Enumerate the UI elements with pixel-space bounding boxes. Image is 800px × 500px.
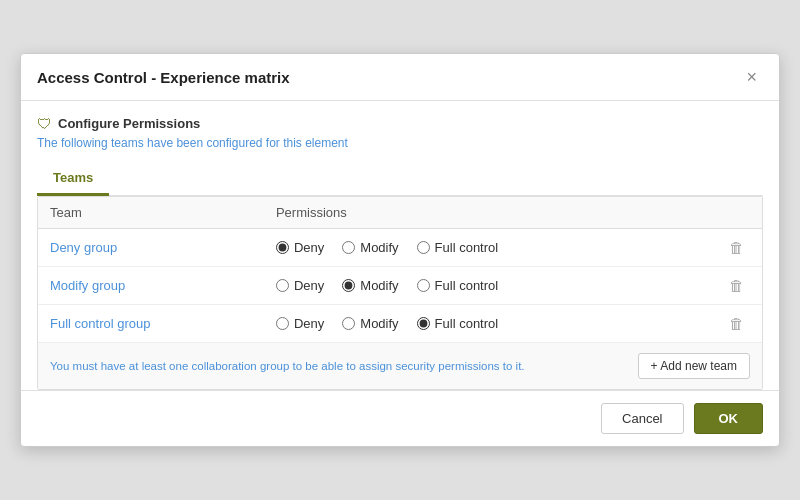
teams-table-container: Team Permissions Deny groupDenyModifyFul… [37, 196, 763, 390]
delete-row-button[interactable]: 🗑 [723, 275, 750, 296]
team-name: Full control group [50, 316, 150, 331]
team-name-cell: Deny group [38, 229, 264, 267]
permissions-cell: DenyModifyFull control [264, 305, 711, 343]
radio-option-deny[interactable]: Deny [276, 240, 324, 255]
team-name: Modify group [50, 278, 125, 293]
shield-icon: 🛡 [37, 115, 52, 132]
delete-row-button[interactable]: 🗑 [723, 237, 750, 258]
radio-option-modify[interactable]: Modify [342, 278, 398, 293]
radio-input-full-control[interactable] [417, 279, 430, 292]
teams-table: Team Permissions Deny groupDenyModifyFul… [38, 197, 762, 342]
col-header-permissions: Permissions [264, 197, 711, 229]
permission-label: Deny [294, 316, 324, 331]
radio-input-modify[interactable] [342, 317, 355, 330]
close-button[interactable]: × [740, 66, 763, 88]
team-name-cell: Full control group [38, 305, 264, 343]
tab-teams[interactable]: Teams [37, 162, 109, 196]
dialog-body: 🛡 Configure Permissions The following te… [21, 101, 779, 390]
col-header-team: Team [38, 197, 264, 229]
dialog-footer: Cancel OK [21, 390, 779, 446]
access-control-dialog: Access Control - Experience matrix × 🛡 C… [20, 53, 780, 447]
permission-label: Deny [294, 240, 324, 255]
dialog-header: Access Control - Experience matrix × [21, 54, 779, 101]
footer-note: You must have at least one collaboration… [50, 360, 525, 372]
configure-label: Configure Permissions [58, 116, 200, 131]
permission-label: Modify [360, 278, 398, 293]
cancel-button[interactable]: Cancel [601, 403, 683, 434]
radio-input-full-control[interactable] [417, 317, 430, 330]
permission-label: Modify [360, 240, 398, 255]
ok-button[interactable]: OK [694, 403, 764, 434]
delete-row-button[interactable]: 🗑 [723, 313, 750, 334]
dialog-title: Access Control - Experience matrix [37, 69, 290, 86]
configure-description: The following teams have been configured… [37, 136, 763, 150]
radio-option-deny[interactable]: Deny [276, 316, 324, 331]
actions-cell: 🗑 [711, 229, 762, 267]
permissions-cell: DenyModifyFull control [264, 267, 711, 305]
radio-input-deny[interactable] [276, 241, 289, 254]
radio-option-full-control[interactable]: Full control [417, 278, 499, 293]
permission-label: Modify [360, 316, 398, 331]
radio-option-full-control[interactable]: Full control [417, 316, 499, 331]
radio-input-modify[interactable] [342, 279, 355, 292]
radio-input-deny[interactable] [276, 279, 289, 292]
radio-option-modify[interactable]: Modify [342, 240, 398, 255]
radio-input-full-control[interactable] [417, 241, 430, 254]
permission-label: Deny [294, 278, 324, 293]
radio-input-deny[interactable] [276, 317, 289, 330]
configure-section: 🛡 Configure Permissions [37, 115, 763, 132]
add-team-button[interactable]: + Add new team [638, 353, 750, 379]
permission-label: Full control [435, 316, 499, 331]
actions-cell: 🗑 [711, 267, 762, 305]
table-row: Deny groupDenyModifyFull control🗑 [38, 229, 762, 267]
permission-label: Full control [435, 278, 499, 293]
radio-option-deny[interactable]: Deny [276, 278, 324, 293]
actions-cell: 🗑 [711, 305, 762, 343]
table-footer: You must have at least one collaboration… [38, 342, 762, 389]
table-row: Full control groupDenyModifyFull control… [38, 305, 762, 343]
col-header-actions [711, 197, 762, 229]
radio-option-modify[interactable]: Modify [342, 316, 398, 331]
team-name-cell: Modify group [38, 267, 264, 305]
team-name: Deny group [50, 240, 117, 255]
table-header-row: Team Permissions [38, 197, 762, 229]
permission-label: Full control [435, 240, 499, 255]
permissions-cell: DenyModifyFull control [264, 229, 711, 267]
radio-input-modify[interactable] [342, 241, 355, 254]
table-row: Modify groupDenyModifyFull control🗑 [38, 267, 762, 305]
tabs-bar: Teams [37, 162, 763, 196]
radio-option-full-control[interactable]: Full control [417, 240, 499, 255]
